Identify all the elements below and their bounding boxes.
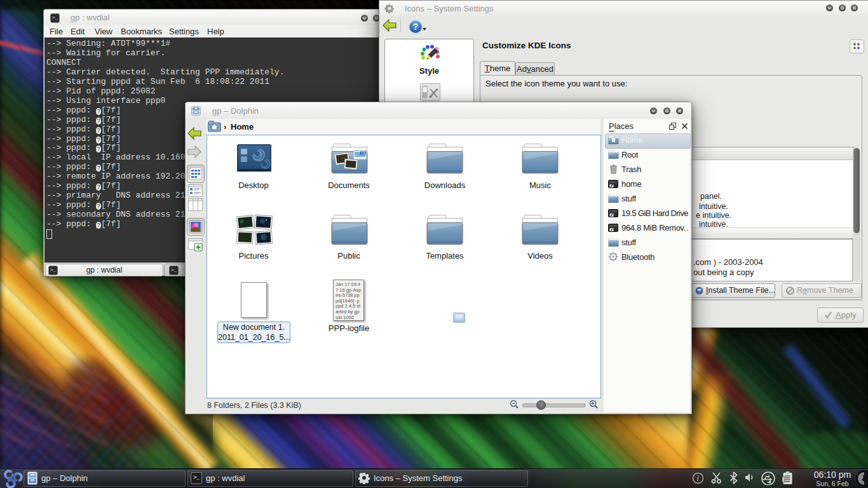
svg-text:100: 100: [361, 152, 366, 155]
svg-text:i: i: [697, 474, 699, 483]
